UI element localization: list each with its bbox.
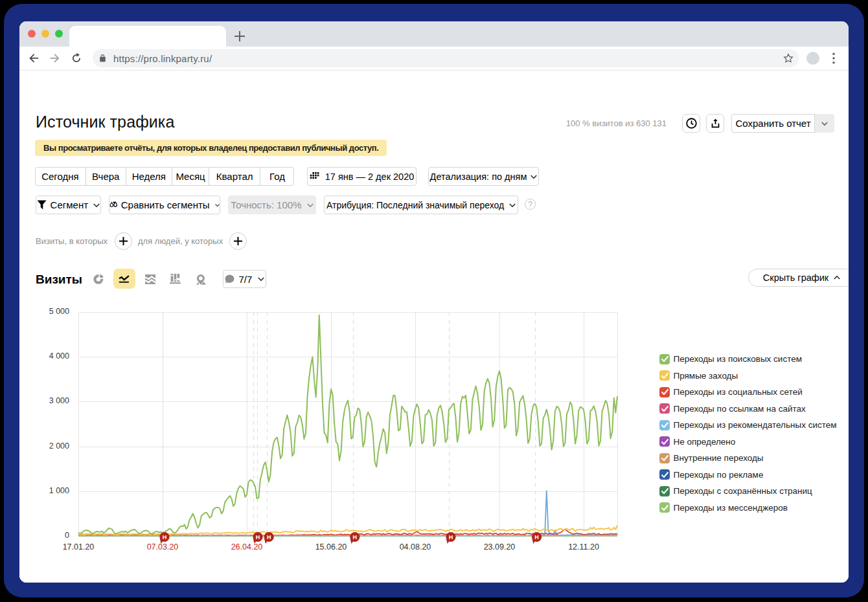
svg-text:H: H xyxy=(256,534,260,541)
svg-text:H: H xyxy=(267,534,271,541)
svg-text:H: H xyxy=(449,534,453,541)
svg-text:H: H xyxy=(163,534,167,541)
svg-text:H: H xyxy=(534,534,539,541)
svg-text:H: H xyxy=(353,534,358,541)
